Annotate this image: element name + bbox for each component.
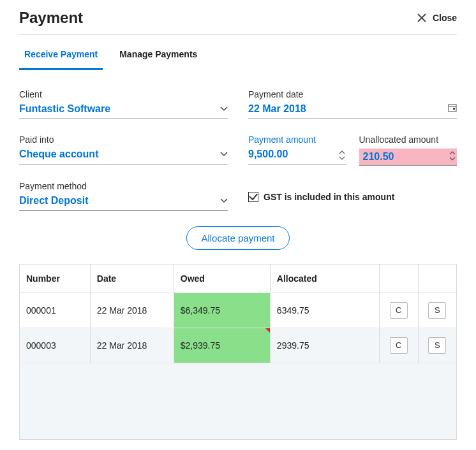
row-action-s[interactable]: S	[428, 302, 446, 319]
cell-owed[interactable]: $2,939.75	[174, 328, 270, 363]
client-select[interactable]: Funtastic Software	[19, 103, 228, 119]
page-title: Payment	[19, 5, 83, 31]
col-number: Number	[20, 265, 91, 293]
col-action-s	[418, 265, 456, 293]
cell-date: 22 Mar 2018	[90, 293, 174, 328]
close-icon	[416, 12, 428, 24]
client-label: Client	[19, 89, 228, 99]
allocate-payment-button[interactable]: Allocate payment	[186, 226, 289, 250]
chevron-down-icon	[220, 196, 228, 205]
svg-rect-4	[453, 108, 455, 110]
payment-method-value: Direct Deposit	[19, 195, 88, 207]
row-action-c[interactable]: C	[390, 337, 408, 354]
gst-checkbox[interactable]	[248, 192, 258, 202]
unallocated-amount-input[interactable]: 210.50	[359, 149, 457, 166]
allocation-table: Number Date Owed Allocated 000001 22 Mar…	[19, 264, 457, 440]
payment-method-label: Payment method	[19, 181, 228, 191]
paid-into-select[interactable]: Cheque account	[19, 149, 228, 164]
cell-number: 000003	[20, 328, 91, 363]
calendar-icon	[448, 103, 457, 115]
chevron-down-icon	[220, 105, 228, 113]
paid-into-value: Cheque account	[19, 149, 98, 160]
col-owed: Owed	[174, 265, 270, 293]
spinner-down-icon[interactable]	[338, 156, 346, 161]
close-label: Close	[433, 13, 457, 23]
unallocated-amount-label: Unallocated amount	[359, 134, 457, 145]
payment-amount-value: 9,500.00	[248, 149, 338, 164]
cell-allocated[interactable]: 2939.75	[270, 328, 379, 363]
payment-date-input[interactable]: 22 Mar 2018	[248, 103, 457, 119]
table-row[interactable]: 000003 22 Mar 2018 $2,939.75 2939.75 C S	[20, 328, 457, 363]
tab-manage-payments[interactable]: Manage Payments	[114, 40, 202, 70]
col-date: Date	[90, 265, 174, 293]
payment-amount-label: Payment amount	[248, 134, 346, 145]
payment-date-label: Payment date	[248, 89, 457, 99]
payment-method-select[interactable]: Direct Deposit	[19, 195, 228, 211]
client-value: Funtastic Software	[19, 103, 110, 115]
svg-rect-2	[449, 105, 456, 112]
gst-label: GST is included in this amount	[264, 192, 394, 202]
cell-number: 000001	[20, 293, 91, 328]
row-action-s[interactable]: S	[428, 337, 446, 354]
tab-receive-payment[interactable]: Receive Payment	[19, 40, 103, 70]
col-allocated: Allocated	[270, 265, 379, 293]
spinner-down-icon[interactable]	[448, 156, 457, 162]
payment-date-value: 22 Mar 2018	[248, 103, 306, 115]
chevron-down-icon	[220, 150, 228, 159]
row-action-c[interactable]: C	[390, 302, 408, 319]
table-row[interactable]: 000001 22 Mar 2018 $6,349.75 6349.75 C S	[20, 293, 457, 328]
unallocated-amount-value: 210.50	[359, 149, 449, 165]
cell-allocated[interactable]: 6349.75	[270, 293, 379, 328]
spinner-up-icon[interactable]	[338, 150, 346, 156]
payment-amount-input[interactable]: 9,500.00	[248, 149, 346, 164]
cell-owed[interactable]: $6,349.75	[174, 293, 270, 328]
table-empty-area	[20, 363, 457, 440]
paid-into-label: Paid into	[19, 134, 228, 145]
close-button[interactable]: Close	[416, 12, 457, 24]
spinner-up-icon[interactable]	[448, 150, 457, 156]
cell-date: 22 Mar 2018	[90, 328, 174, 363]
col-action-c	[380, 265, 418, 293]
